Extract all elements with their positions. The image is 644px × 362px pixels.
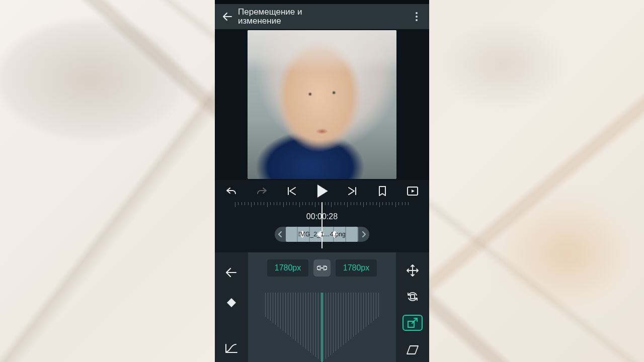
rotate-icon [406,290,419,303]
kebab-icon [416,12,418,21]
status-bar [215,0,429,4]
fullscreen-play-button[interactable] [404,183,421,200]
diamond-icon [226,297,237,308]
back-button[interactable] [218,7,237,26]
clip-thumbnail[interactable]: IMG_2_1…4.png [286,227,358,242]
arrow-left-icon [225,267,238,278]
skip-start-icon [286,186,297,196]
play-icon [315,183,330,199]
slider-playhead[interactable] [321,293,323,362]
more-menu-button[interactable] [407,7,426,26]
width-value[interactable]: 1780px [267,259,308,277]
rotate-tool-button[interactable] [403,289,423,305]
prev-clip-button[interactable] [275,227,286,242]
dimension-row: 1780px 1780px [254,259,390,277]
header-bar: Перемещение и изменение [215,4,429,29]
skip-end-icon [347,186,358,196]
fullscreen-play-icon [407,186,419,196]
link-icon [317,264,327,272]
bookmark-icon [378,186,387,197]
undo-icon [225,186,237,196]
panel-center: 1780px 1780px [248,252,396,362]
panel-left-column [215,252,248,362]
scale-tool-button[interactable] [403,315,423,331]
link-dimensions-button[interactable] [313,259,331,277]
play-button[interactable] [313,183,331,200]
svg-rect-1 [411,295,415,299]
panel-back-button[interactable] [221,262,242,283]
clip-strip-row: IMG_2_1…4.png [215,224,429,244]
arrow-left-icon [221,11,233,23]
adjust-panel: 1780px 1780px [215,252,429,362]
height-value[interactable]: 1780px [336,259,377,277]
clip-filename: IMG_2_1…4.png [298,231,346,238]
preview-image [248,30,396,179]
timeline-area[interactable]: 00:00:28 IMG_2_1…4.png [215,202,429,250]
app-window: Перемещение и изменение [215,0,429,362]
skip-start-button[interactable] [283,183,300,200]
bookmark-button[interactable] [374,183,391,200]
skip-end-button[interactable] [344,183,361,200]
move-icon [406,264,419,277]
redo-icon [256,186,268,196]
chevron-left-icon [278,231,282,237]
next-clip-button[interactable] [358,227,369,242]
chevron-right-icon [362,231,366,237]
move-tool-button[interactable] [403,262,423,279]
preview-area[interactable] [215,29,429,180]
page-title: Перемещение и изменение [237,8,407,26]
timeline-ruler[interactable] [235,202,409,210]
transport-bar [215,180,429,202]
title-line-2: изменение [238,17,407,26]
add-keyframe-button[interactable] [221,293,242,313]
redo-button[interactable] [253,183,270,200]
panel-right-column [396,252,429,362]
undo-button[interactable] [223,183,240,200]
ease-curve-button[interactable] [221,338,242,358]
title-line-1: Перемещение и [238,8,407,17]
ruler-ticks [235,202,409,210]
scale-icon [407,317,418,328]
ease-curve-icon [225,342,238,353]
value-slider[interactable] [254,293,390,362]
timecode-display: 00:00:28 [215,212,429,221]
skew-icon [406,344,419,355]
skew-tool-button[interactable] [403,342,423,358]
